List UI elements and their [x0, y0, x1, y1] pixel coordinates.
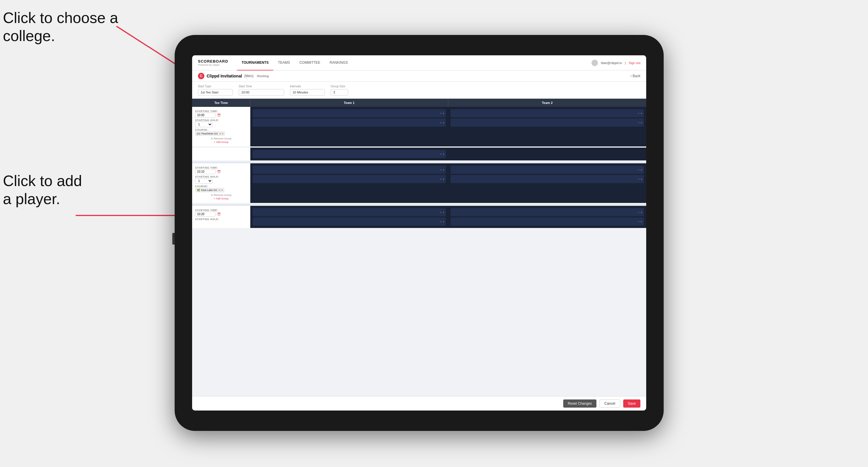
- start-time-input[interactable]: [239, 89, 284, 95]
- chevron-icon[interactable]: ▾: [443, 112, 444, 115]
- player-slot[interactable]: × ▾: [451, 166, 644, 174]
- starting-time-label-1: STARTING TIME:: [195, 110, 247, 113]
- chevron-icon[interactable]: ▾: [443, 178, 444, 181]
- course-remove-2[interactable]: ×: [219, 188, 220, 192]
- player-slot[interactable]: × ▾: [451, 208, 644, 216]
- team2-empty-1: [448, 148, 646, 160]
- starting-time-label-3: STARTING TIME:: [195, 209, 247, 212]
- team2-cell-3: × ▾ × ▾: [448, 206, 646, 228]
- starting-hole-select-2[interactable]: 110: [195, 178, 213, 184]
- player-slot[interactable]: × ▾: [253, 166, 446, 174]
- starting-time-input-2[interactable]: [195, 169, 215, 174]
- player-slot[interactable]: × ▾: [451, 175, 644, 183]
- x-icon[interactable]: ×: [638, 121, 640, 124]
- th-team1: Team 1: [250, 99, 448, 107]
- brand: SCOREBOARD Powered by clippd: [198, 59, 228, 66]
- pipe: |: [625, 61, 626, 65]
- starting-time-input-1[interactable]: [195, 113, 215, 118]
- player-slot[interactable]: × ▾: [253, 119, 446, 127]
- x-icon[interactable]: ×: [638, 220, 640, 223]
- annotation-choose-college: Click to choose a college.: [3, 9, 118, 45]
- chevron-icon[interactable]: ▾: [641, 178, 642, 181]
- player-slot[interactable]: × ▾: [451, 109, 644, 117]
- starting-hole-row-1: 110: [195, 122, 247, 127]
- group-size-select[interactable]: 3 4 2: [331, 89, 348, 95]
- tab-committee[interactable]: COMMITTEE: [294, 55, 325, 70]
- x-icon[interactable]: ×: [638, 178, 640, 181]
- tab-teams[interactable]: TEAMS: [273, 55, 294, 70]
- intervals-select[interactable]: 10 Minutes 8 Minutes 12 Minutes: [290, 89, 325, 95]
- x-icon[interactable]: ×: [440, 220, 441, 223]
- footer-bar: Reset Changes Cancel Save: [192, 396, 646, 410]
- course-remove-1[interactable]: ×: [219, 132, 221, 135]
- team2-cell-2: × ▾ × ▾: [448, 163, 646, 203]
- course-tag-2[interactable]: 🌿 East Lake GC × ▾: [195, 188, 224, 192]
- add-group-btn-2[interactable]: + Add Group: [195, 197, 247, 200]
- clippd-logo: C: [198, 73, 204, 79]
- course-name-2: East Lake GC: [201, 189, 217, 192]
- tournament-title: C Clippd Invitational (Men) Hosting: [198, 73, 269, 79]
- course-tag-1[interactable]: (A) Peachtree GC × ▾: [195, 131, 225, 136]
- x-icon[interactable]: ×: [440, 168, 441, 172]
- starting-time-input-3[interactable]: [195, 212, 215, 217]
- chevron-icon[interactable]: ▾: [641, 211, 642, 214]
- x-icon[interactable]: ×: [638, 168, 640, 172]
- start-type-group: Start Type 1st Tee Start Shotgun Start: [198, 85, 233, 95]
- course-chevron-2: ▾: [221, 189, 223, 192]
- starting-hole-select-1[interactable]: 110: [195, 122, 213, 127]
- chevron-icon[interactable]: ▾: [443, 168, 444, 172]
- intervals-label: Intervals: [290, 85, 325, 88]
- x-icon[interactable]: ×: [440, 178, 441, 181]
- chevron-icon[interactable]: ▾: [443, 220, 444, 223]
- x-icon[interactable]: ×: [638, 211, 640, 214]
- x-icon[interactable]: ×: [440, 121, 441, 124]
- player-slot[interactable]: × ▾: [253, 175, 446, 183]
- x-icon[interactable]: ×: [638, 112, 640, 115]
- player-slot[interactable]: × ▾: [451, 217, 644, 226]
- chevron-icon[interactable]: ▾: [443, 153, 444, 156]
- nav-bar: SCOREBOARD Powered by clippd TOURNAMENTS…: [192, 55, 646, 70]
- player-slot[interactable]: × ▾: [253, 217, 446, 226]
- chevron-icon[interactable]: ▾: [641, 220, 642, 223]
- save-button[interactable]: Save: [623, 400, 640, 408]
- x-icon[interactable]: ×: [440, 153, 441, 156]
- th-tee-time: Tee Time: [192, 99, 250, 107]
- nav-tabs: TOURNAMENTS TEAMS COMMITTEE RANKINGS: [237, 55, 592, 70]
- course-chevron-1: ▾: [222, 132, 223, 135]
- chevron-icon[interactable]: ▾: [443, 121, 444, 124]
- cancel-button[interactable]: Cancel: [599, 400, 620, 408]
- starting-time-row-2: ⏰: [195, 169, 247, 174]
- tab-tournaments[interactable]: TOURNAMENTS: [237, 55, 273, 70]
- player-slot[interactable]: × ▾: [253, 208, 446, 216]
- chevron-icon[interactable]: ▾: [641, 121, 642, 124]
- chevron-icon[interactable]: ▾: [641, 168, 642, 172]
- tab-rankings[interactable]: RANKINGS: [325, 55, 352, 70]
- course-row-2: 🌿 East Lake GC × ▾: [195, 188, 247, 192]
- team2-cell-1: × ▾ × ▾: [448, 107, 646, 147]
- starting-time-label-2: STARTING TIME:: [195, 166, 247, 169]
- sub-header: C Clippd Invitational (Men) Hosting ‹ Ba…: [192, 70, 646, 82]
- remove-group-btn-2[interactable]: ⊖ Remove Group: [195, 194, 247, 196]
- x-icon[interactable]: ×: [440, 211, 441, 214]
- player-slot[interactable]: × ▾: [451, 119, 644, 127]
- annotation-add-player: Click to add a player.: [3, 172, 82, 208]
- add-group-btn-1[interactable]: + Add Group: [195, 141, 247, 144]
- team1-cell-2: × ▾ × ▾: [250, 163, 448, 203]
- starting-time-row-3: ⏰: [195, 212, 247, 217]
- tournament-name: Clippd Invitational: [207, 74, 242, 78]
- starting-time-row-1: ⏰: [195, 113, 247, 118]
- start-time-label: Start Time: [239, 85, 284, 88]
- reset-changes-button[interactable]: Reset Changes: [563, 400, 597, 408]
- x-icon[interactable]: ×: [440, 112, 441, 115]
- chevron-icon[interactable]: ▾: [443, 211, 444, 214]
- chevron-icon[interactable]: ▾: [641, 112, 642, 115]
- team1-cell-1: × ▾ × ▾: [250, 107, 448, 147]
- remove-group-btn-1[interactable]: ⊖ Remove Group: [195, 137, 247, 140]
- th-team2: Team 2: [448, 99, 646, 107]
- sign-out-link[interactable]: Sign out: [629, 61, 640, 65]
- player-slot[interactable]: × ▾: [253, 150, 446, 158]
- start-type-select[interactable]: 1st Tee Start Shotgun Start: [198, 89, 233, 95]
- user-avatar: [591, 60, 598, 66]
- player-slot[interactable]: × ▾: [253, 109, 446, 117]
- back-button[interactable]: ‹ Back: [630, 74, 640, 78]
